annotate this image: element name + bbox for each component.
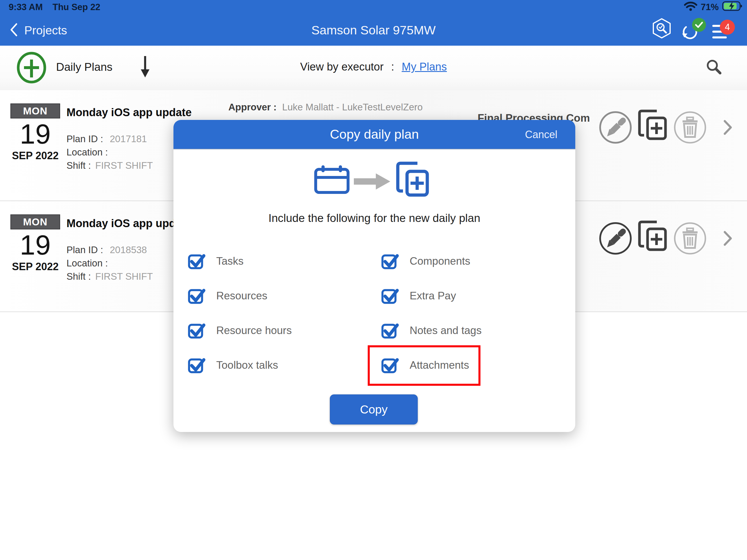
view-by-executor: View by executor:My Plans (0, 61, 747, 73)
duplicate-plus-icon (636, 249, 669, 254)
option-label: Resources (216, 290, 267, 302)
option-label: Notes and tags (410, 324, 482, 337)
nav-bar: Projects Samson Solar 975MW (0, 15, 747, 46)
hamburger-menu-icon (712, 36, 730, 41)
delete-plan-button[interactable] (673, 110, 707, 145)
hexagon-search-icon (652, 35, 672, 39)
modal-title: Copy daily plan (174, 127, 575, 142)
open-plan-chevron[interactable] (723, 230, 733, 248)
option-extra-pay[interactable]: Extra Pay (381, 286, 456, 306)
modal-header: Copy daily plan Cancel (174, 120, 575, 149)
arrow-right-icon (354, 172, 391, 192)
checkbox-checked-icon[interactable] (381, 355, 399, 375)
plan-month-year: SEP 2022 (10, 150, 60, 162)
open-plan-chevron[interactable] (723, 119, 733, 137)
plan-day: 19 (10, 119, 60, 149)
page-title: Samson Solar 975MW (0, 23, 747, 37)
copy-illustration (174, 160, 575, 204)
sync-success-badge (692, 18, 706, 32)
sync-button[interactable] (681, 23, 699, 41)
plan-weekday: MON (10, 214, 60, 230)
pencil-icon (598, 140, 633, 145)
plus-circle-icon (16, 80, 47, 85)
plan-month-year: SEP 2022 (10, 261, 60, 273)
approver-line: Approver : Luke Mallatt - LukeTestLevelZ… (228, 102, 423, 113)
copy-plan-button[interactable] (636, 219, 669, 254)
row-actions (595, 201, 747, 312)
checkbox-checked-icon[interactable] (381, 286, 399, 306)
duplicate-plus-icon (636, 138, 669, 143)
plan-weekday: MON (10, 103, 60, 118)
option-components[interactable]: Components (381, 251, 470, 271)
plan-date: MON 19 SEP 2022 (10, 214, 60, 273)
chevron-right-icon (723, 132, 733, 137)
option-resource-hours[interactable]: Resource hours (187, 321, 292, 340)
location-line: Location : (67, 147, 108, 158)
copy-daily-plan-modal: Copy daily plan Cancel (174, 120, 575, 432)
plan-title: Monday iOS app update (67, 106, 240, 119)
checkbox-checked-icon[interactable] (187, 355, 206, 375)
view-by-label: View by executor (300, 61, 384, 73)
checkbox-checked-icon[interactable] (187, 286, 206, 306)
plan-day: 19 (10, 230, 60, 260)
option-resources[interactable]: Resources (187, 286, 267, 306)
option-label: Attachments (410, 359, 469, 371)
duplicate-plus-icon (394, 160, 431, 200)
option-notes-and-tags[interactable]: Notes and tags (381, 321, 482, 340)
wifi-icon (684, 1, 697, 13)
search-plans-button[interactable] (705, 58, 723, 77)
daily-plans-toolbar: Daily Plans View by executor:My Plans (0, 46, 747, 91)
delete-plan-button[interactable] (673, 221, 707, 257)
location-line: Location : (67, 258, 108, 269)
down-arrow-icon (139, 75, 151, 80)
view-by-separator: : (391, 61, 394, 73)
modal-instruction: Include the following for the new daily … (174, 212, 575, 224)
option-label: Resource hours (216, 324, 292, 337)
plan-id-line: Plan ID : 2017181 (67, 133, 147, 144)
shift-line: Shift : FIRST SHIFT (67, 271, 153, 282)
calendar-icon (314, 165, 350, 196)
option-label: Tasks (216, 255, 244, 267)
plan-date: MON 19 SEP 2022 (10, 103, 60, 162)
option-tasks[interactable]: Tasks (187, 251, 244, 271)
shift-line: Shift : FIRST SHIFT (67, 160, 153, 171)
copy-plan-button[interactable] (636, 108, 669, 143)
plan-id-line: Plan ID : 2018538 (67, 244, 147, 256)
pencil-icon (598, 251, 633, 256)
option-attachments[interactable]: Attachments (381, 355, 469, 375)
app-screen: 9:33 AM Thu Sep 22 71% (0, 0, 747, 560)
edit-plan-button[interactable] (598, 221, 633, 257)
option-label: Toolbox talks (216, 359, 278, 371)
battery-percent: 71% (701, 2, 719, 12)
status-date: Thu Sep 22 (53, 2, 100, 12)
chevron-right-icon (723, 243, 733, 248)
status-time: 9:33 AM (9, 2, 43, 12)
battery-icon (722, 1, 743, 14)
row-actions (595, 90, 747, 201)
menu-button[interactable]: 4 (712, 24, 730, 41)
option-label: Components (410, 255, 470, 267)
checkbox-checked-icon[interactable] (187, 321, 206, 340)
copy-button[interactable]: Copy (330, 394, 418, 425)
trash-icon (673, 251, 707, 256)
checkbox-checked-icon[interactable] (187, 251, 206, 271)
checkbox-checked-icon[interactable] (381, 321, 399, 340)
option-label: Extra Pay (410, 290, 456, 302)
my-plans-link[interactable]: My Plans (402, 61, 447, 73)
project-search-button[interactable] (652, 18, 672, 40)
edit-plan-button[interactable] (598, 110, 633, 145)
notification-badge: 4 (720, 20, 735, 35)
search-icon (705, 72, 723, 77)
trash-icon (673, 140, 707, 145)
cancel-button[interactable]: Cancel (525, 129, 557, 141)
status-bar: 9:33 AM Thu Sep 22 71% (0, 0, 747, 15)
option-toolbox-talks[interactable]: Toolbox talks (187, 355, 278, 375)
sync-icon (681, 35, 699, 40)
checkbox-checked-icon[interactable] (381, 251, 399, 271)
